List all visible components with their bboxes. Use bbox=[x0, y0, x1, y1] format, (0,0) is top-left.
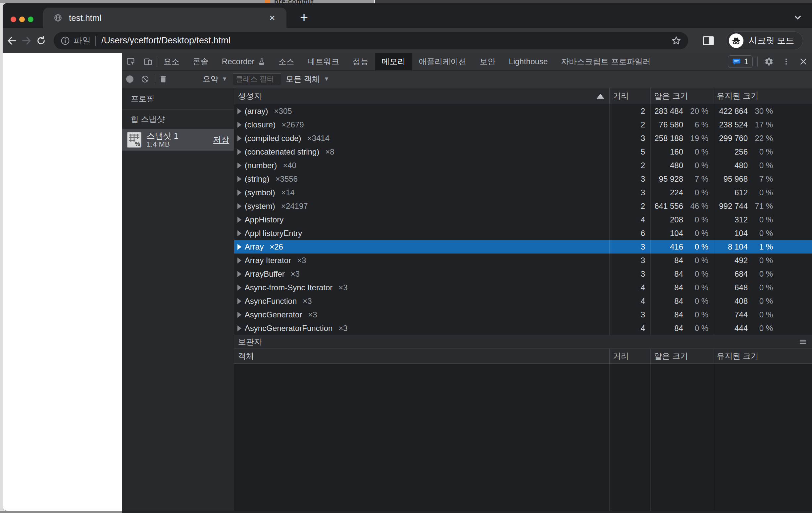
table-row[interactable]: AsyncGenerator×3 3 840 % 7440 % bbox=[234, 308, 812, 321]
class-filter-input[interactable] bbox=[233, 73, 281, 85]
retainers-menu-icon[interactable] bbox=[799, 338, 807, 346]
constructor-name: (array) bbox=[245, 107, 268, 116]
disclosure-triangle-icon[interactable] bbox=[237, 230, 241, 236]
table-row[interactable]: (system)×24197 2 641 55646 % 992 74471 % bbox=[234, 199, 812, 213]
incognito-icon bbox=[729, 33, 744, 48]
column-header-retained-size[interactable]: 유지된 크기 bbox=[713, 88, 812, 104]
table-row[interactable]: Array Iterator×3 3 840 % 4920 % bbox=[234, 253, 812, 267]
table-row[interactable]: (concatenated string)×8 5 1600 % 2560 % bbox=[234, 145, 812, 158]
devtools-tab-6[interactable]: 성능 bbox=[346, 53, 375, 70]
devtools-tab-10[interactable]: Lighthouse bbox=[502, 53, 554, 70]
table-row[interactable]: AppHistoryEntry 6 1040 % 1040 % bbox=[234, 227, 812, 240]
browser-tab[interactable]: test.html × bbox=[43, 8, 286, 28]
devtools-tab-9[interactable]: 보안 bbox=[473, 53, 502, 70]
devtools-tab-7[interactable]: 메모리 bbox=[375, 53, 412, 70]
devtools-tab-11[interactable]: 자바스크립트 프로파일러 bbox=[554, 53, 657, 70]
column-header-distance[interactable]: 거리 bbox=[609, 88, 650, 104]
tab-search-chevron-icon[interactable] bbox=[793, 12, 803, 23]
delete-profile-icon[interactable] bbox=[156, 75, 171, 83]
distance-value: 6 bbox=[609, 227, 650, 240]
new-tab-button[interactable]: + bbox=[297, 11, 311, 26]
inspect-element-icon[interactable] bbox=[122, 53, 139, 70]
device-toolbar-icon[interactable] bbox=[139, 53, 157, 70]
issues-count: 1 bbox=[744, 57, 748, 66]
table-row[interactable]: AppHistory 4 2080 % 3120 % bbox=[234, 213, 812, 227]
devtools-close-icon[interactable] bbox=[795, 53, 812, 70]
back-button[interactable] bbox=[5, 33, 19, 48]
snapshot-save-link[interactable]: 저장 bbox=[213, 134, 229, 145]
bookmark-star-icon[interactable] bbox=[671, 35, 682, 46]
address-bar[interactable]: 파일 /Users/yceffort/Desktop/test.html bbox=[54, 32, 688, 49]
devtools-menu-icon[interactable] bbox=[778, 53, 795, 70]
devtools-tab-3[interactable]: Recorder bbox=[215, 53, 272, 70]
side-panel-icon[interactable] bbox=[703, 36, 714, 46]
constructor-name: (string) bbox=[245, 174, 269, 184]
devtools-tab-4[interactable]: 소스 bbox=[272, 53, 301, 70]
site-info-icon[interactable] bbox=[60, 36, 70, 46]
reload-button[interactable] bbox=[34, 33, 48, 48]
column-header-retained-size[interactable]: 유지된 크기 bbox=[713, 349, 812, 363]
disclosure-triangle-icon[interactable] bbox=[237, 271, 241, 277]
table-row[interactable]: (number)×40 2 4800 % 4800 % bbox=[234, 158, 812, 172]
table-row[interactable]: Async-from-Sync Iterator×3 4 840 % 6480 … bbox=[234, 281, 812, 294]
objects-filter-select[interactable]: 모든 객체 ▼ bbox=[286, 74, 329, 84]
devtools-tab-8[interactable]: 애플리케이션 bbox=[412, 53, 473, 70]
disclosure-triangle-icon[interactable] bbox=[237, 298, 241, 304]
table-row[interactable]: Array×26 3 4160 % 8 1041 % bbox=[234, 240, 812, 253]
table-row[interactable]: (closure)×2679 2 76 5806 % 238 52417 % bbox=[234, 118, 812, 131]
table-row[interactable]: (string)×3556 3 95 9287 % 95 9687 % bbox=[234, 172, 812, 186]
disclosure-triangle-icon[interactable] bbox=[237, 176, 241, 182]
retained-size-percent: 17 % bbox=[748, 120, 773, 129]
disclosure-triangle-icon[interactable] bbox=[237, 162, 241, 169]
column-header-shallow-size[interactable]: 얕은 크기 bbox=[650, 88, 713, 104]
forward-button[interactable] bbox=[19, 33, 34, 48]
disclosure-triangle-icon[interactable] bbox=[237, 149, 241, 155]
instance-count: ×8 bbox=[325, 147, 334, 156]
disclosure-triangle-icon[interactable] bbox=[237, 217, 241, 223]
disclosure-triangle-icon[interactable] bbox=[237, 190, 241, 195]
column-header-constructor[interactable]: 생성자 bbox=[234, 88, 609, 104]
disclosure-triangle-icon[interactable] bbox=[237, 312, 241, 318]
background-window-text: pre-commit bbox=[274, 0, 314, 3]
devtools-tab-5[interactable]: 네트워크 bbox=[301, 53, 346, 70]
devtools-tab-2[interactable]: 콘솔 bbox=[186, 53, 215, 70]
instance-count: ×3 bbox=[308, 310, 317, 320]
table-row[interactable]: ArrayBuffer×3 3 840 % 6840 % bbox=[234, 267, 812, 281]
disclosure-triangle-icon[interactable] bbox=[237, 284, 241, 291]
perspective-select[interactable]: 요약 ▼ bbox=[203, 74, 228, 84]
table-row[interactable]: (compiled code)×3414 3 258 18819 % 299 7… bbox=[234, 131, 812, 145]
constructor-name: AppHistory bbox=[245, 215, 284, 224]
shallow-size-percent: 7 % bbox=[683, 174, 708, 184]
tab-close-icon[interactable]: × bbox=[267, 12, 278, 24]
record-heap-snapshot-icon[interactable] bbox=[122, 76, 138, 83]
disclosure-triangle-icon[interactable] bbox=[237, 108, 241, 114]
retained-size-value: 612 bbox=[734, 188, 748, 197]
column-header-object[interactable]: 객체 bbox=[234, 349, 609, 363]
incognito-label: 시크릿 모드 bbox=[749, 35, 794, 46]
column-header-distance[interactable]: 거리 bbox=[609, 349, 650, 363]
snapshot-item[interactable]: % 스냅샷 1 1.4 MB 저장 bbox=[122, 129, 234, 151]
retained-size-value: 422 864 bbox=[719, 107, 748, 116]
distance-value: 2 bbox=[609, 199, 650, 213]
column-header-shallow-size[interactable]: 얕은 크기 bbox=[650, 349, 713, 363]
table-row[interactable]: AsyncGeneratorFunction×3 4 840 % 4440 % bbox=[234, 321, 812, 335]
disclosure-triangle-icon[interactable] bbox=[237, 258, 241, 264]
disclosure-triangle-icon[interactable] bbox=[237, 135, 241, 141]
devtools-tab-1[interactable]: 요소 bbox=[157, 53, 186, 70]
issues-counter[interactable]: 1 bbox=[728, 55, 753, 68]
macos-zoom-button[interactable] bbox=[28, 17, 33, 22]
clear-profiles-icon[interactable] bbox=[138, 75, 153, 83]
constructor-name: ArrayBuffer bbox=[245, 269, 285, 279]
macos-minimize-button[interactable] bbox=[19, 17, 25, 22]
distance-value: 3 bbox=[609, 131, 650, 145]
table-row[interactable]: (array)×305 2 283 48420 % 422 86430 % bbox=[234, 104, 812, 118]
devtools-settings-icon[interactable] bbox=[760, 53, 778, 70]
macos-close-button[interactable] bbox=[10, 17, 16, 22]
disclosure-triangle-icon[interactable] bbox=[237, 325, 241, 331]
disclosure-triangle-icon[interactable] bbox=[237, 244, 241, 250]
table-row[interactable]: AsyncFunction×3 4 840 % 4080 % bbox=[234, 294, 812, 308]
disclosure-triangle-icon[interactable] bbox=[237, 203, 241, 209]
disclosure-triangle-icon[interactable] bbox=[237, 122, 241, 128]
table-row[interactable]: (symbol)×14 3 2240 % 6120 % bbox=[234, 186, 812, 199]
url-separator bbox=[95, 36, 96, 46]
